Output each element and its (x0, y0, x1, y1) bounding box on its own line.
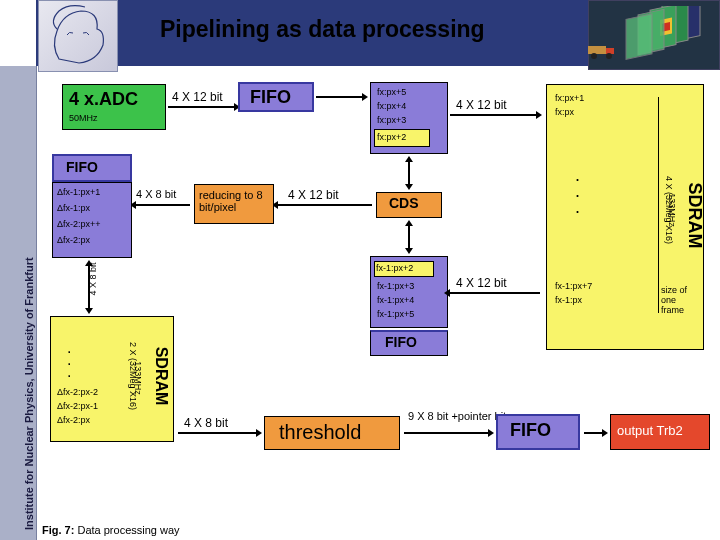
figure-caption: Fig. 7: Data processing way (42, 524, 180, 536)
sdram2-h0: fx:px+1 (555, 93, 584, 103)
fifo4-l0: fx-1:px+2 (374, 261, 434, 277)
portrait-logo (38, 0, 118, 72)
sdram1-l0: Δfx-2:px-2 (57, 387, 98, 397)
svg-rect-8 (606, 48, 614, 54)
fifo4-l2: fx-1:px+4 (377, 295, 414, 305)
arrow-fifo-cds (408, 158, 410, 188)
caption-text: Data processing way (74, 524, 179, 536)
block-fifo-bottom: fx-1:px+2 fx-1:px+3 fx-1:px+4 fx-1:px+5 (370, 256, 448, 328)
block-fifo-left-label: FIFO (52, 154, 132, 182)
fifo2-l3: Δfx-2:px (57, 235, 90, 245)
arrow-sdram1-threshold (178, 432, 260, 434)
sdram1-freq: 133MHz (133, 361, 143, 395)
sdram2-freq: 133MHz (667, 193, 677, 227)
block-sdram2: fx:px+1 fx:px . . . fx-1:px+7 fx-1:px si… (546, 84, 704, 350)
page-title: Pipelining as data processing (160, 16, 485, 43)
block-reduce: reducing to 8 bit/pixel (194, 184, 274, 224)
output-label: output Trb2 (617, 423, 683, 438)
threshold-label: threshold (279, 421, 361, 444)
block-cds: CDS (376, 192, 442, 218)
arrow-label-1: 4 X 12 bit (172, 90, 223, 104)
caption-prefix: Fig. 7: (42, 524, 74, 536)
block-sdram1: . . . Δfx-2:px-2 Δfx-2:px-1 Δfx-2:px SDR… (50, 316, 174, 442)
arrow-sdram-fifo (450, 292, 540, 294)
arrow-fifo5-out (584, 432, 606, 434)
sdram2-h1: fx:px (555, 107, 574, 117)
arrow-label-7: 4 X 8 bit (184, 416, 228, 430)
svg-point-10 (606, 53, 612, 59)
adc-title: 4 x.ADC (69, 89, 138, 110)
fifo3-l0: fx:px+5 (377, 87, 406, 97)
fifo2-l1: Δfx-1:px (57, 203, 90, 213)
arrow-label-2: 4 X 12 bit (456, 98, 507, 112)
arrow-threshold-fifo5 (404, 432, 492, 434)
sidebar-institute: Institute for Nuclear Physics, Universit… (0, 66, 37, 540)
sdram1-l1: Δfx-2:px-1 (57, 401, 98, 411)
cds-label: CDS (389, 195, 419, 211)
fifo2-l2: Δfx-2:px++ (57, 219, 101, 229)
block-fifo-header: FIFO (238, 82, 314, 112)
sdram2-note: size of one frame (661, 285, 697, 315)
fifo1-label: FIFO (250, 87, 291, 108)
fifo4-l1: fx-1:px+3 (377, 281, 414, 291)
arrow-label-v1: 4 X 8 bit (88, 262, 98, 295)
fifo3-l1: fx:px+4 (377, 101, 406, 111)
fifo4-label: FIFO (385, 334, 417, 350)
fifo2-label: FIFO (66, 159, 98, 175)
arrow-adc-fifo (168, 106, 238, 108)
block-output: output Trb2 (610, 414, 710, 450)
arrow-label-3: 4 X 12 bit (288, 188, 339, 202)
arrow-reduce-fifo (136, 204, 190, 206)
adc-sub: 50MHz (69, 113, 98, 123)
svg-rect-6 (626, 14, 652, 60)
fifo3-l3: fx:px+2 (374, 129, 430, 147)
arrow-cds-reduce (278, 204, 372, 206)
sdram2-f1: fx-1:px (555, 295, 582, 305)
sdram1-l2: Δfx-2:px (57, 415, 90, 425)
block-threshold: threshold (264, 416, 400, 450)
block-fifo-top: fx:px+5 fx:px+4 fx:px+3 fx:px+2 (370, 82, 448, 154)
sdram2-label: SDRAM (684, 183, 705, 249)
arrow-label-4: 4 X 12 bit (456, 276, 507, 290)
block-adc: 4 x.ADC 50MHz (62, 84, 166, 130)
sidebar-text: Institute for Nuclear Physics, Universit… (23, 257, 35, 530)
arrow-cds-fifo (408, 222, 410, 252)
truck-icon (588, 42, 618, 60)
svg-rect-7 (588, 46, 606, 54)
arrow-fifo-sdram (450, 114, 540, 116)
block-fifo-bottom-label: FIFO (370, 330, 448, 356)
arrow-header-fifo3 (316, 96, 366, 98)
fifo3-l2: fx:px+3 (377, 115, 406, 125)
block-fifo-left: Δfx-1:px+1 Δfx-1:px Δfx-2:px++ Δfx-2:px (52, 182, 132, 258)
fifo4-l3: fx-1:px+5 (377, 309, 414, 319)
sdram1-label: SDRAM (153, 347, 171, 406)
arrow-label-5: 4 X 8 bit (136, 188, 176, 200)
sdram2-f0: fx-1:px+7 (555, 281, 592, 291)
fifo2-l0: Δfx-1:px+1 (57, 187, 100, 197)
fifo5-label: FIFO (510, 420, 551, 441)
block-fifo5: FIFO (496, 414, 580, 450)
svg-point-9 (591, 53, 597, 59)
